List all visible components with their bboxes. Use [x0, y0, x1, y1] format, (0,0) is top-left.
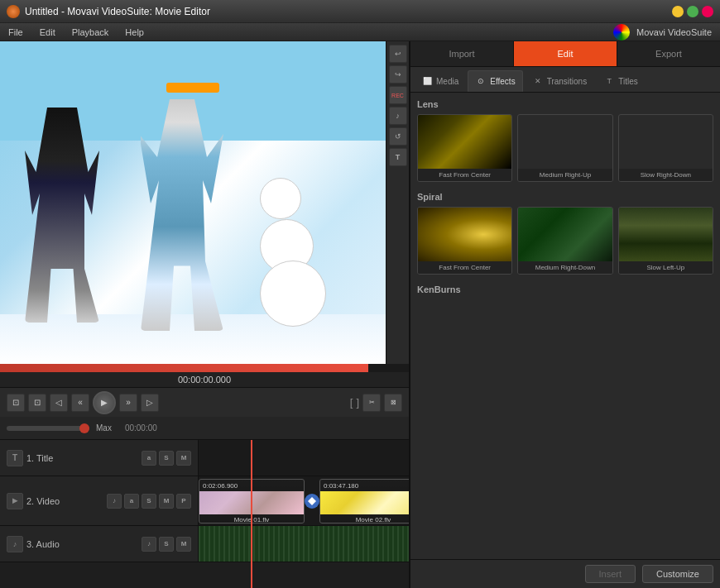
effect-spiral-fast-thumb — [418, 208, 511, 261]
video-track-controls: ♪ a S M P — [107, 494, 191, 509]
effect-lens-medium-right-up-thumb — [518, 115, 612, 169]
preview-area: ↩ ↪ REC ♪ ↺ T — [0, 41, 409, 364]
zoom-slider[interactable] — [7, 426, 89, 431]
menu-edit[interactable]: Edit — [36, 26, 59, 39]
snowman — [260, 146, 326, 327]
menu-file[interactable]: File — [5, 26, 26, 39]
tab-export[interactable]: Export — [617, 41, 720, 66]
title-track-name: 1. Title — [26, 453, 138, 463]
titles-icon: T — [603, 75, 615, 87]
title-track-controls: a S M — [142, 451, 191, 466]
title-solo-button[interactable]: S — [159, 451, 174, 466]
effects-content: Lens Fast From Center Medium Right-Up Sl… — [410, 93, 720, 559]
menubar: File Edit Playback Help Movavi VideoSuit… — [0, 23, 720, 41]
mark-out-button[interactable]: ] — [356, 396, 359, 409]
delete-button[interactable]: ⊠ — [384, 394, 402, 412]
subtab-titles[interactable]: T Titles — [596, 70, 646, 92]
undo-button[interactable]: ↩ — [389, 45, 407, 63]
effect-spiral-fast[interactable]: Fast From Center — [417, 207, 512, 275]
audio-volume-button[interactable]: ♪ — [142, 537, 156, 552]
play-button[interactable]: ▶ — [93, 391, 116, 414]
title-mute-button[interactable]: M — [176, 451, 191, 466]
prev-frame-button[interactable]: ◁ — [50, 394, 68, 412]
rotate-button[interactable]: ↺ — [389, 127, 407, 146]
title-track-label: T 1. Title a S M — [0, 440, 199, 476]
main-tab-bar: Import Edit Export — [410, 41, 720, 67]
video-settings-button[interactable]: a — [124, 494, 139, 509]
effects-footer: Insert Customize — [410, 559, 720, 588]
logo-icon — [613, 24, 630, 41]
to-end-button[interactable]: ⊡ — [28, 394, 46, 412]
kenburns-title: KenBurns — [417, 284, 713, 294]
media-icon: ⬜ — [421, 75, 433, 87]
customize-button[interactable]: Customize — [642, 565, 713, 583]
effect-lens-slow-right-down-label: Slow Right-Down — [619, 169, 713, 181]
right-panel: Import Edit Export ⬜ Media ⊙ Effects ✕ T… — [410, 41, 720, 588]
video-mute-button[interactable]: M — [159, 494, 174, 509]
title-settings-button[interactable]: a — [142, 451, 156, 466]
effects-icon: ⊙ — [475, 75, 487, 87]
subtab-media-label: Media — [436, 77, 458, 86]
subtab-effects[interactable]: ⊙ Effects — [468, 70, 522, 92]
progress-bar[interactable] — [0, 364, 409, 372]
clip-movie02[interactable]: 0:03:47.180 Movie 02.flv — [319, 479, 409, 523]
left-panel: ↩ ↪ REC ♪ ↺ T 00:00:00.000 ⊡ ⊡ ◁ « ▶ » ▷ — [0, 41, 410, 588]
sub-tab-bar: ⬜ Media ⊙ Effects ✕ Transitions T Titles — [410, 67, 720, 93]
effect-spiral-slow[interactable]: Slow Left-Up — [618, 207, 713, 275]
menu-help[interactable]: Help — [122, 26, 147, 39]
video-solo-button[interactable]: S — [142, 494, 156, 509]
effect-lens-slow-right-down[interactable]: Slow Right-Down — [618, 114, 713, 182]
audio-track: ♪ 3. Audio ♪ S M — [0, 526, 409, 562]
video-volume-button[interactable]: ♪ — [107, 494, 122, 509]
tab-edit[interactable]: Edit — [514, 41, 617, 66]
effect-spiral-slow-thumb — [619, 208, 713, 261]
minimize-button[interactable] — [672, 6, 684, 17]
maximize-button[interactable] — [687, 6, 698, 17]
text-button[interactable]: T — [389, 148, 407, 166]
to-start-button[interactable]: ⊡ — [7, 394, 25, 412]
record-button[interactable]: REC — [389, 86, 407, 104]
video-track-label: ▶ 2. Video ♪ a S M P — [0, 476, 199, 525]
zoom-handle[interactable] — [79, 423, 89, 433]
menu-playback[interactable]: Playback — [69, 26, 113, 39]
timeline-area: Max 00:00:00 T 1. Title a S M — [0, 417, 409, 588]
audio-mute-button[interactable]: M — [176, 537, 191, 552]
effect-lens-fast-center[interactable]: Fast From Center — [417, 114, 512, 182]
tab-import[interactable]: Import — [410, 41, 514, 66]
title-track: T 1. Title a S M — [0, 440, 409, 476]
app-logo: Movavi VideoSuite — [613, 24, 715, 41]
subtab-transitions[interactable]: ✕ Transitions — [525, 70, 595, 92]
audio-solo-button[interactable]: S — [159, 537, 174, 552]
subtab-media[interactable]: ⬜ Media — [414, 70, 466, 92]
progress-fill — [0, 364, 368, 372]
effect-spiral-medium[interactable]: Medium Right-Down — [517, 207, 612, 275]
insert-button[interactable]: Insert — [585, 565, 636, 583]
clip-movie01[interactable]: 0:02:06.900 Movie 01.flv — [199, 479, 305, 523]
effect-spiral-slow-label: Slow Left-Up — [619, 261, 713, 274]
preview-toolbar: ↩ ↪ REC ♪ ↺ T — [386, 41, 409, 364]
clip-movie01-name: Movie 01.flv — [199, 514, 304, 523]
preview-image — [0, 41, 409, 364]
volume-button[interactable]: ♪ — [389, 107, 407, 125]
close-button[interactable] — [702, 6, 713, 17]
redo-button[interactable]: ↪ — [389, 65, 407, 84]
transition-1[interactable] — [305, 494, 319, 509]
kenburns-section: KenBurns — [417, 284, 713, 294]
subtab-titles-label: Titles — [618, 77, 638, 86]
time-display: 00:00:00.000 — [0, 372, 409, 387]
next-frame-button[interactable]: ▷ — [141, 394, 159, 412]
rewind-button[interactable]: « — [71, 394, 89, 412]
forward-button[interactable]: » — [119, 394, 137, 412]
app-icon — [7, 5, 20, 18]
spiral-section: Spiral Fast From Center Medium Right-Dow… — [417, 192, 713, 275]
effect-lens-medium-right-up[interactable]: Medium Right-Up — [517, 114, 612, 182]
lens-section: Lens Fast From Center Medium Right-Up Sl… — [417, 99, 713, 182]
mark-in-button[interactable]: [ — [350, 396, 353, 409]
subtab-transitions-label: Transitions — [547, 77, 588, 86]
split-button[interactable]: ✂ — [362, 394, 381, 412]
video-preview-button[interactable]: P — [176, 494, 191, 509]
tab-import-label: Import — [449, 49, 474, 59]
window-controls — [672, 6, 713, 17]
audio-track-name: 3. Audio — [26, 539, 138, 549]
window-title: Untitled - Movavi VideoSuite: Movie Edit… — [25, 6, 210, 17]
